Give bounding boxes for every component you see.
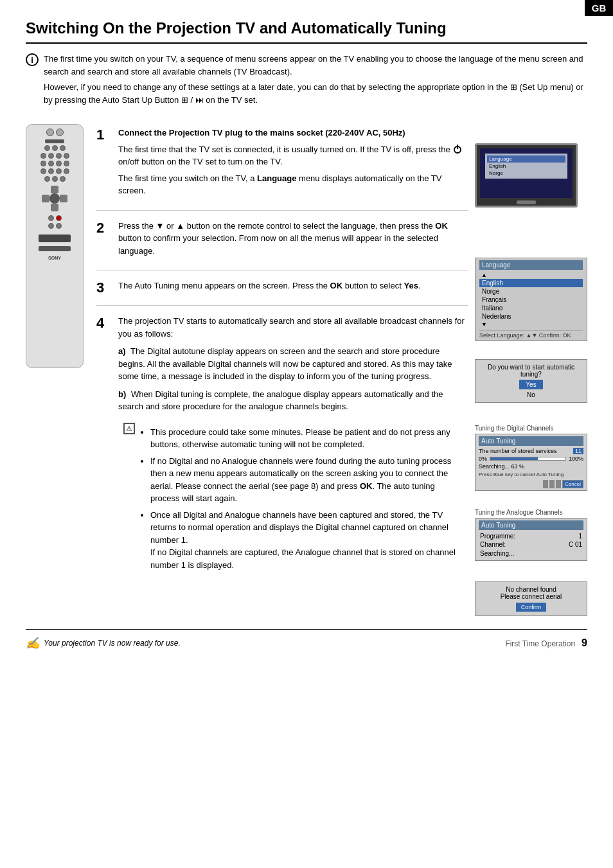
- footer: ✍ Your projection TV is now ready for us…: [26, 629, 587, 650]
- step-3: 3 The Auto Tuning menu appears on the sc…: [96, 270, 468, 306]
- gb-badge: GB: [585, 0, 613, 16]
- steps-column: 1 Connect the Projection TV plug to the …: [90, 118, 468, 616]
- info-icon: i: [26, 53, 39, 66]
- warning-block: ⚠ This procedure could take some minutes…: [118, 418, 468, 580]
- right-column: GB Language English Norge: [468, 118, 587, 616]
- sub-step-b: b) When Digital tuning is complete, the …: [118, 388, 468, 413]
- footer-note: ✍ Your projection TV is now ready for us…: [26, 636, 181, 650]
- analogue-tuning-mockup: Tuning the Analogue Channels Auto Tuning…: [475, 509, 587, 561]
- step-1: 1 Connect the Projection TV plug to the …: [96, 118, 468, 211]
- note-icon: ✍: [26, 636, 40, 650]
- remote-control-image: SONY: [26, 124, 84, 368]
- intro-text: The first time you switch on your TV, a …: [44, 53, 587, 106]
- left-column: SONY: [26, 118, 90, 616]
- yes-no-menu-mockup: Do you want to start automatic tuning? Y…: [475, 359, 587, 403]
- power-icon: [454, 146, 461, 154]
- confirm-aerial-mockup: No channel found Please connect aerial C…: [475, 581, 587, 616]
- step-2: 2 Press the ▼ or ▲ button on the remote …: [96, 211, 468, 271]
- tv-screen: Language English Norge: [480, 148, 573, 198]
- warning-icon: ⚠: [123, 423, 135, 434]
- sub-step-a: a) The Digital autotune display appears …: [118, 345, 468, 383]
- main-content: SONY 1 Connect the Projection TV plug to…: [26, 118, 587, 616]
- page-title: Switching On the Projection TV and Autom…: [26, 19, 587, 44]
- intro-block: i The first time you switch on your TV, …: [26, 53, 587, 106]
- language-menu-mockup: Language ▲ English Norge Français Italia…: [475, 258, 587, 341]
- footer-right: First Time Operation 9: [505, 637, 587, 649]
- step-4: 4 The projection TV starts to automatica…: [96, 306, 468, 593]
- digital-tuning-mockup: Tuning the Digital Channels Auto Tuning …: [475, 425, 587, 491]
- tv-preview: Language English Norge: [475, 143, 587, 210]
- tv-stand: [517, 200, 536, 204]
